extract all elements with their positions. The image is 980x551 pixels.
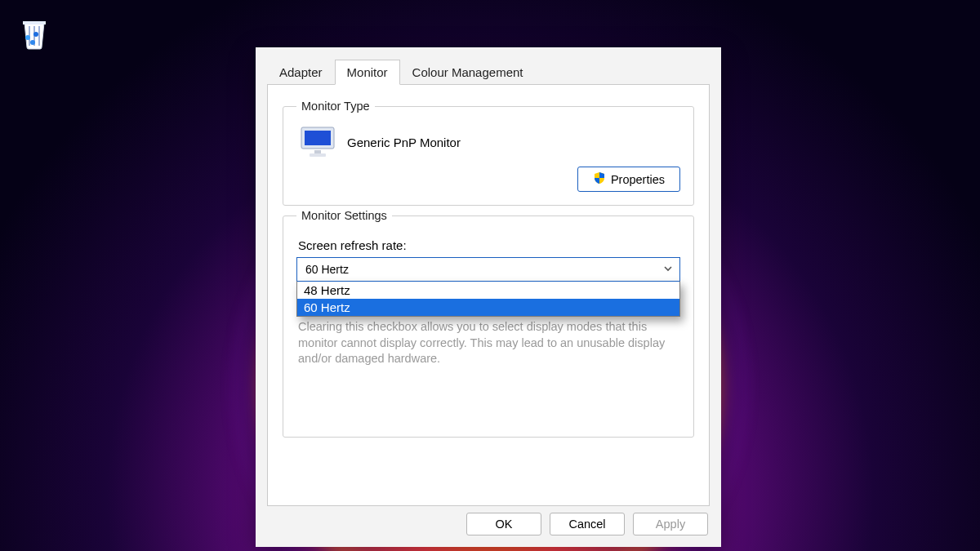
svg-point-2 [30, 40, 35, 45]
monitor-settings-group: Monitor Settings Screen refresh rate: 60… [283, 209, 694, 438]
recycle-bin-icon[interactable] [18, 15, 51, 51]
monitor-type-legend: Monitor Type [296, 100, 375, 113]
monitor-settings-legend: Monitor Settings [296, 209, 392, 222]
dialog-button-bar: OK Cancel Apply [256, 513, 721, 547]
shield-icon [593, 171, 606, 187]
tab-colour-management[interactable]: Colour Management [400, 60, 536, 85]
refresh-rate-combobox[interactable]: 60 Hertz 48 Hertz 60 Hertz [296, 257, 680, 282]
monitor-properties-dialog: Adapter Monitor Colour Management Monito… [256, 47, 721, 547]
svg-rect-5 [314, 150, 321, 153]
chevron-down-icon [663, 263, 673, 276]
refresh-option-60hz[interactable]: 60 Hertz [297, 299, 679, 316]
svg-point-1 [33, 32, 38, 37]
tab-bar: Adapter Monitor Colour Management [256, 47, 721, 84]
refresh-rate-label: Screen refresh rate: [298, 238, 680, 252]
apply-button[interactable]: Apply [633, 513, 708, 535]
refresh-option-48hz[interactable]: 48 Hertz [297, 282, 679, 299]
monitor-type-group: Monitor Type Generic PnP Monitor [283, 100, 694, 206]
hide-modes-hint: Clearing this checkbox allows you to sel… [296, 319, 680, 367]
svg-rect-4 [305, 131, 331, 145]
properties-button[interactable]: Properties [577, 167, 680, 192]
tab-monitor[interactable]: Monitor [335, 60, 400, 85]
refresh-rate-dropdown: 48 Hertz 60 Hertz [296, 281, 680, 317]
monitor-device-name: Generic PnP Monitor [347, 136, 461, 149]
svg-rect-6 [310, 153, 326, 157]
tab-panel-monitor: Monitor Type Generic PnP Monitor [267, 84, 710, 506]
cancel-button[interactable]: Cancel [550, 513, 625, 535]
svg-point-0 [25, 35, 30, 40]
ok-button[interactable]: OK [466, 513, 541, 535]
refresh-rate-value: 60 Hertz [305, 263, 349, 276]
properties-button-label: Properties [611, 173, 665, 186]
monitor-device-icon [300, 126, 336, 158]
tab-adapter[interactable]: Adapter [267, 60, 335, 85]
